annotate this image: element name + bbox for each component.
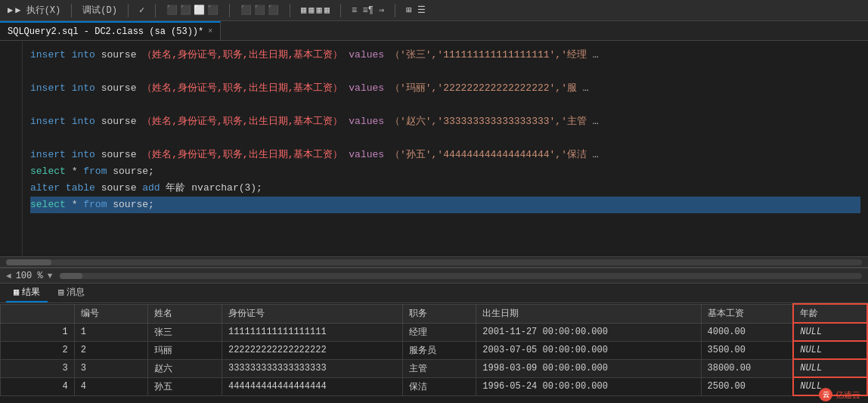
sep3 <box>155 4 156 17</box>
sep1 <box>71 4 72 17</box>
col-header-job: 职务 <box>402 304 476 323</box>
toolbar-extra[interactable]: ⊞ ☰ <box>403 3 428 17</box>
cell-birth-4: 1996-05-24 00:00:00.000 <box>476 377 701 395</box>
code-line-1: insert into sourse （姓名,身份证号,职务,出生日期,基本工资… <box>30 47 860 64</box>
col-header-id: 编号 <box>74 304 148 323</box>
zoom-level: 100 % <box>16 271 43 281</box>
toolbar-icons-3[interactable]: ▦▦▦▦ <box>298 3 333 17</box>
sep6 <box>340 4 341 17</box>
code-line-blank-1 <box>30 64 860 80</box>
cell-salary-3: 38000.00 <box>701 359 793 377</box>
zoom-row: ◀ 100 % ▼ <box>0 268 868 284</box>
cell-age-3: NULL <box>793 359 867 377</box>
hscrollbar-track[interactable] <box>6 259 862 265</box>
brand-logo: 云 亿速云 <box>819 388 860 401</box>
table-row: 2 2 玛丽 222222222222222222 服务员 2003-07-05… <box>1 341 868 359</box>
code-editor[interactable]: insert into sourse （姓名,身份证号,职务,出生日期,基本工资… <box>23 41 868 256</box>
execute-label[interactable]: ▶ 执行(X) <box>15 4 60 17</box>
cell-job-4: 保洁 <box>402 377 476 395</box>
hscrollbar-thumb[interactable] <box>6 259 51 265</box>
table-row: 3 3 赵六 333333333333333333 主管 1998-03-09 … <box>1 359 868 377</box>
debug-btn[interactable]: 调试(D) <box>79 2 120 18</box>
results-container: 编号 姓名 身份证号 职务 出生日期 基本工资 年龄 1 1 张三 111111 <box>0 303 868 403</box>
messages-icon: ▤ <box>58 287 64 298</box>
cell-idcard-4: 444444444444444444 <box>222 377 402 395</box>
sep7 <box>395 4 395 17</box>
sep5 <box>290 4 290 17</box>
cell-birth-1: 2001-11-27 00:00:00.000 <box>476 323 701 341</box>
messages-label: 消息 <box>67 286 85 299</box>
toolbar-icons-2[interactable]: ⬛⬛⬛ <box>237 3 282 17</box>
result-tabs: ▦ 结果 ▤ 消息 <box>0 284 868 303</box>
cell-birth-2: 2003-07-05 00:00:00.000 <box>476 341 701 359</box>
code-line-3: insert into sourse （姓名,身份证号,职务,出生日期,基本工资… <box>30 113 860 130</box>
code-line-2: insert into sourse （姓名,身份证号,职务,出生日期,基本工资… <box>30 80 860 97</box>
cell-idcard-1: 111111111111111111 <box>222 323 402 341</box>
code-line-5: select * from sourse; <box>30 163 860 180</box>
debug-label[interactable]: 调试(D) <box>82 4 117 17</box>
code-line-4: insert into sourse （姓名,身份证号,职务,出生日期,基本工资… <box>30 147 860 163</box>
check-btn[interactable]: ✓ <box>136 3 147 17</box>
cell-idcard-2: 222222222222222222 <box>222 341 402 359</box>
execute-btn[interactable]: ▶ ▶ 执行(X) <box>5 2 64 18</box>
tab-results[interactable]: ▦ 结果 <box>6 284 48 302</box>
toolbar-icons-1[interactable]: ⬛⬛⬜⬛ <box>163 3 222 17</box>
table-row: 4 4 孙五 444444444444444444 保洁 1996-05-24 … <box>1 377 868 395</box>
status-bar: 云 亿速云 <box>811 386 868 403</box>
col-header-rownum <box>1 304 75 323</box>
table-row: 1 1 张三 111111111111111111 经理 2001-11-27 … <box>1 323 868 341</box>
cell-id-2: 2 <box>74 341 148 359</box>
cell-id-3: 3 <box>74 359 148 377</box>
cell-name-4: 孙五 <box>148 377 222 395</box>
cell-name-3: 赵六 <box>148 359 222 377</box>
col-header-idcard: 身份证号 <box>222 304 402 323</box>
cell-id-1: 1 <box>74 323 148 341</box>
results-table: 编号 姓名 身份证号 职务 出生日期 基本工资 年龄 1 1 张三 111111 <box>0 303 868 396</box>
brand-icon-text: 云 <box>823 390 829 400</box>
row-num-1: 1 <box>1 323 75 341</box>
col-header-name: 姓名 <box>148 304 222 323</box>
tab-messages[interactable]: ▤ 消息 <box>51 284 92 302</box>
cell-age-1: NULL <box>793 323 867 341</box>
col-header-birth: 出生日期 <box>476 304 701 323</box>
tab-bar: SQLQuery2.sql - DC2.class (sa (53))* × <box>0 21 868 41</box>
zoom-dropdown-btn[interactable]: ▼ <box>48 271 53 281</box>
sep4 <box>229 4 230 17</box>
execute-icon: ▶ <box>8 5 13 16</box>
cell-id-4: 4 <box>74 377 148 395</box>
toolbar-icons-4[interactable]: ≡ ≡¶ ⇒ <box>349 3 387 17</box>
toolbar: ▶ ▶ 执行(X) 调试(D) ✓ ⬛⬛⬜⬛ ⬛⬛⬛ ▦▦▦▦ ≡ ≡¶ ⇒ ⊞… <box>0 0 868 21</box>
cell-salary-1: 4000.00 <box>701 323 793 341</box>
results-label: 结果 <box>22 286 40 299</box>
code-line-blank-3 <box>30 130 860 147</box>
sep2 <box>128 4 129 17</box>
cell-name-1: 张三 <box>148 323 222 341</box>
cell-name-2: 玛丽 <box>148 341 222 359</box>
main-container: insert into sourse （姓名,身份证号,职务,出生日期,基本工资… <box>0 41 868 403</box>
code-line-7: select * from sourse; <box>30 197 860 213</box>
row-num-2: 2 <box>1 341 75 359</box>
brand-name: 亿速云 <box>835 389 860 401</box>
h-scrollbar[interactable] <box>0 256 868 267</box>
row-num-3: 3 <box>1 359 75 377</box>
cell-job-3: 主管 <box>402 359 476 377</box>
col-header-age: 年龄 <box>793 304 867 323</box>
sql-tab[interactable]: SQLQuery2.sql - DC2.class (sa (53))* × <box>0 21 221 40</box>
cell-job-1: 经理 <box>402 323 476 341</box>
brand-icon: 云 <box>819 388 832 401</box>
col-header-salary: 基本工资 <box>701 304 793 323</box>
zoom-out-btn[interactable]: ◀ <box>6 271 11 281</box>
line-numbers <box>0 41 23 256</box>
cell-job-2: 服务员 <box>402 341 476 359</box>
code-line-6: alter table sourse add 年龄 nvarchar(3); <box>30 180 860 197</box>
bottom-panel: ◀ 100 % ▼ ▦ 结果 ▤ 消息 编 <box>0 267 868 403</box>
cell-salary-4: 2500.00 <box>701 377 793 395</box>
cell-birth-3: 1998-03-09 00:00:00.000 <box>476 359 701 377</box>
tab-title: SQLQuery2.sql - DC2.class (sa (53))* <box>8 26 203 37</box>
code-line-blank-2 <box>30 97 860 113</box>
cell-salary-2: 3500.00 <box>701 341 793 359</box>
row-num-4: 4 <box>1 377 75 395</box>
results-icon: ▦ <box>14 287 19 298</box>
editor-area: insert into sourse （姓名,身份证号,职务,出生日期,基本工资… <box>0 41 868 256</box>
tab-close-btn[interactable]: × <box>208 27 212 36</box>
